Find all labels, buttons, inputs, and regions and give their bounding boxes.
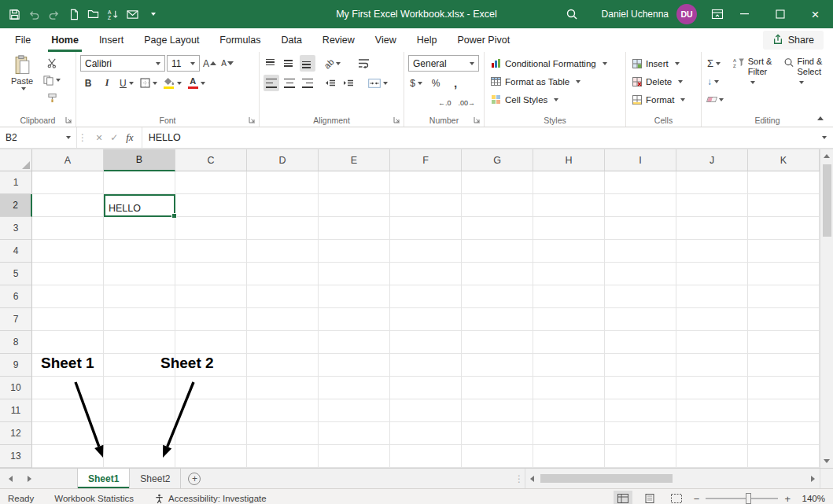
find-select-button[interactable]: Find &Select: [780, 55, 829, 108]
cell-b1[interactable]: [104, 171, 175, 194]
font-color-button[interactable]: A: [186, 75, 207, 91]
cell-a8[interactable]: [32, 331, 104, 354]
alignment-dialog-launcher[interactable]: [393, 116, 401, 124]
cell-h11[interactable]: [533, 399, 605, 422]
cell-d10[interactable]: [247, 377, 319, 399]
zoom-out-icon[interactable]: −: [694, 493, 700, 504]
cell-d13[interactable]: [247, 445, 319, 468]
cell-a7[interactable]: [32, 308, 104, 331]
cell-i2[interactable]: [605, 194, 676, 217]
cell-c11[interactable]: [175, 399, 247, 422]
customize-qat-chevron-icon[interactable]: [142, 2, 162, 26]
cell-f11[interactable]: [390, 399, 462, 422]
page-break-view-button[interactable]: [667, 491, 686, 504]
cell-c4[interactable]: [175, 240, 247, 263]
row-header-4[interactable]: 4: [0, 240, 32, 263]
row-header-9[interactable]: 9: [0, 354, 32, 377]
cell-e13[interactable]: [319, 445, 390, 468]
cell-h9[interactable]: [533, 354, 605, 377]
cell-e12[interactable]: [319, 422, 390, 445]
row-header-5[interactable]: 5: [0, 263, 32, 285]
row-header-6[interactable]: 6: [0, 285, 32, 308]
cell-j4[interactable]: [676, 240, 748, 263]
cell-e1[interactable]: [319, 171, 390, 194]
cell-d12[interactable]: [247, 422, 319, 445]
align-top-button[interactable]: [264, 55, 279, 72]
clipboard-dialog-launcher[interactable]: [65, 116, 73, 124]
cell-i11[interactable]: [605, 399, 676, 422]
cell-e9[interactable]: [319, 354, 390, 377]
search-icon[interactable]: [562, 0, 581, 28]
minimize-button[interactable]: [727, 0, 762, 28]
cell-a6[interactable]: [32, 285, 104, 308]
decrease-indent-button[interactable]: [323, 75, 338, 91]
increase-font-size-button[interactable]: A: [201, 55, 218, 72]
cell-g5[interactable]: [462, 263, 533, 285]
cell-j1[interactable]: [676, 171, 748, 194]
sort-az-icon[interactable]: AZ: [103, 2, 123, 26]
sheet-tab-sheet2[interactable]: Sheet2: [130, 469, 181, 488]
cell-d1[interactable]: [247, 171, 319, 194]
cell-h12[interactable]: [533, 422, 605, 445]
sheet-tab-sheet1[interactable]: Sheet1: [77, 469, 130, 488]
font-dialog-launcher[interactable]: [248, 116, 256, 124]
zoom-track[interactable]: [706, 498, 778, 499]
formula-content[interactable]: HELLO: [142, 127, 816, 148]
cell-a5[interactable]: [32, 263, 104, 285]
cell-g11[interactable]: [462, 399, 533, 422]
cell-c13[interactable]: [175, 445, 247, 468]
align-center-button[interactable]: [282, 75, 297, 91]
cell-d2[interactable]: [247, 194, 319, 217]
save-icon[interactable]: [5, 2, 24, 26]
row-header-1[interactable]: 1: [0, 171, 32, 194]
paste-button[interactable]: Paste: [4, 55, 40, 112]
close-button[interactable]: ×: [798, 0, 833, 28]
increase-indent-button[interactable]: [341, 75, 356, 91]
cell-k6[interactable]: [748, 285, 820, 308]
zoom-level[interactable]: 140%: [798, 494, 825, 503]
cell-f6[interactable]: [390, 285, 462, 308]
cell-d4[interactable]: [247, 240, 319, 263]
align-middle-button[interactable]: [282, 55, 297, 72]
scroll-down-icon[interactable]: [820, 454, 833, 468]
cell-k8[interactable]: [748, 331, 820, 354]
font-family-combo[interactable]: Calibri: [80, 55, 165, 72]
cell-h13[interactable]: [533, 445, 605, 468]
ribbon-tab-home[interactable]: Home: [41, 28, 89, 52]
zoom-in-icon[interactable]: +: [784, 493, 791, 504]
vertical-scroll-thumb[interactable]: [823, 164, 831, 237]
ribbon-tab-file[interactable]: File: [5, 28, 41, 52]
row-header-2[interactable]: 2: [0, 194, 32, 217]
copy-button[interactable]: [42, 72, 62, 88]
decrease-font-size-button[interactable]: A: [219, 55, 235, 72]
cell-j13[interactable]: [676, 445, 748, 468]
name-box-splitter[interactable]: [77, 127, 88, 148]
next-sheet-icon[interactable]: [24, 469, 35, 488]
cell-f2[interactable]: [390, 194, 462, 217]
normal-view-button[interactable]: [614, 491, 632, 504]
share-button[interactable]: Share: [763, 31, 824, 50]
new-file-icon[interactable]: [64, 2, 83, 26]
cell-g4[interactable]: [462, 240, 533, 263]
email-icon[interactable]: [123, 2, 142, 26]
cell-f4[interactable]: [390, 240, 462, 263]
cell-k2[interactable]: [748, 194, 820, 217]
cell-k12[interactable]: [748, 422, 820, 445]
cell-k1[interactable]: [748, 171, 820, 194]
insert-cells-button[interactable]: Insert: [630, 55, 697, 72]
cell-b6[interactable]: [104, 285, 175, 308]
cell-h1[interactable]: [533, 171, 605, 194]
scroll-left-icon[interactable]: [525, 472, 539, 485]
fill-button[interactable]: ↓: [706, 73, 725, 90]
cell-a1[interactable]: [32, 171, 104, 194]
delete-cells-button[interactable]: Delete: [630, 73, 697, 90]
scroll-up-icon[interactable]: [820, 149, 833, 163]
cell-h8[interactable]: [533, 331, 605, 354]
cell-h6[interactable]: [533, 285, 605, 308]
cell-c7[interactable]: [175, 308, 247, 331]
row-header-8[interactable]: 8: [0, 331, 32, 354]
cell-c1[interactable]: [175, 171, 247, 194]
cell-e2[interactable]: [319, 194, 390, 217]
cell-e11[interactable]: [319, 399, 390, 422]
cell-e6[interactable]: [319, 285, 390, 308]
